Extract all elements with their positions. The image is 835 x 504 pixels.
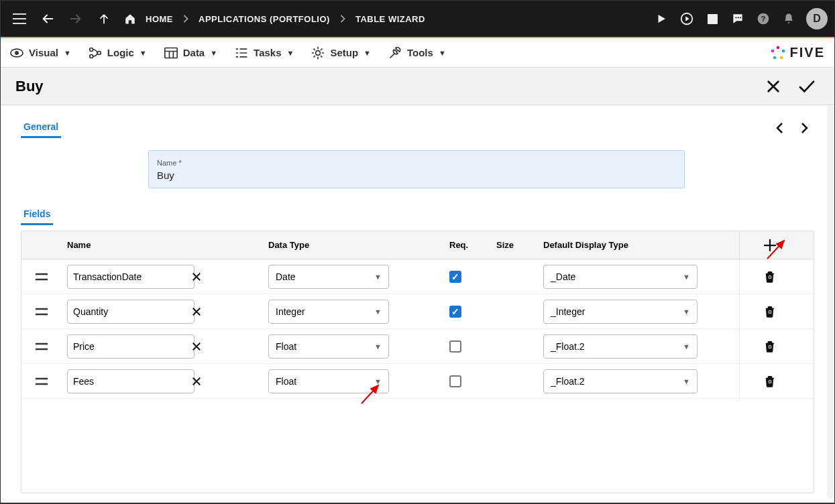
menu-tasks[interactable]: Tasks ▼ bbox=[235, 47, 294, 59]
add-row-button[interactable] bbox=[739, 231, 799, 259]
menu-label: Logic bbox=[107, 47, 134, 58]
drag-handle-icon[interactable] bbox=[21, 377, 62, 385]
required-checkbox[interactable] bbox=[449, 375, 461, 387]
clear-icon[interactable] bbox=[190, 377, 203, 386]
run-icon[interactable] bbox=[649, 7, 673, 31]
chat-icon[interactable] bbox=[726, 7, 750, 31]
display-type-select[interactable]: _Float.2 ▼ bbox=[543, 334, 698, 359]
svg-text:?: ? bbox=[761, 14, 765, 23]
breadcrumb-home[interactable]: HOME bbox=[140, 11, 178, 27]
delete-row-button[interactable] bbox=[745, 375, 794, 387]
chevron-right-icon bbox=[339, 15, 346, 23]
content: General Name * Buy Fields Name Data Type… bbox=[1, 105, 834, 503]
svg-rect-12 bbox=[165, 48, 177, 58]
grid-header: Name Data Type Req. Size Default Display… bbox=[21, 231, 814, 259]
svg-point-16 bbox=[779, 56, 782, 58]
caret-down-icon: ▼ bbox=[439, 49, 446, 57]
menu-setup[interactable]: Setup ▼ bbox=[311, 46, 371, 60]
drag-handle-icon[interactable] bbox=[21, 273, 62, 281]
titlebar: Buy bbox=[1, 68, 834, 105]
tab-general[interactable]: General bbox=[21, 117, 61, 138]
col-displaytype: Default Display Type bbox=[538, 240, 739, 250]
menu-visual[interactable]: Visual ▼ bbox=[10, 47, 71, 58]
field-name-input[interactable] bbox=[67, 300, 194, 324]
field-name-text[interactable] bbox=[73, 306, 190, 317]
display-type-select[interactable]: _Date ▼ bbox=[543, 265, 698, 289]
caret-down-icon: ▼ bbox=[64, 49, 71, 57]
tab-fields[interactable]: Fields bbox=[21, 204, 53, 225]
menu-data[interactable]: Data ▼ bbox=[164, 47, 217, 59]
required-checkbox[interactable] bbox=[449, 340, 461, 353]
clear-icon[interactable] bbox=[190, 342, 203, 351]
drag-handle-icon[interactable] bbox=[21, 308, 62, 316]
delete-row-button[interactable] bbox=[745, 271, 794, 283]
table-row: Float ▼ _Float.2 ▼ bbox=[21, 364, 814, 399]
delete-row-button[interactable] bbox=[745, 306, 794, 318]
nav-back-icon[interactable] bbox=[36, 7, 60, 31]
clear-icon[interactable] bbox=[190, 307, 203, 316]
field-name-text[interactable] bbox=[73, 271, 190, 282]
menu-label: Tasks bbox=[254, 47, 281, 58]
menu-label: Setup bbox=[330, 47, 358, 58]
menu-label: Data bbox=[183, 47, 205, 58]
topbar: HOME APPLICATIONS (PORTFOLIO) TABLE WIZA… bbox=[1, 1, 834, 37]
table-row: Integer ▼ _Integer ▼ bbox=[21, 294, 814, 329]
delete-row-button[interactable] bbox=[745, 340, 794, 353]
data-type-value: Float bbox=[276, 376, 296, 387]
field-name-text[interactable] bbox=[73, 376, 190, 387]
svg-point-13 bbox=[316, 50, 321, 55]
avatar[interactable]: D bbox=[806, 8, 828, 29]
table-icon bbox=[164, 47, 178, 59]
next-tab-button[interactable] bbox=[794, 118, 814, 138]
display-type-select[interactable]: _Float.2 ▼ bbox=[543, 369, 698, 393]
svg-point-4 bbox=[740, 17, 741, 18]
menu-logic[interactable]: Logic ▼ bbox=[89, 47, 147, 59]
field-name-input[interactable] bbox=[67, 334, 194, 359]
help-icon[interactable]: ? bbox=[751, 7, 775, 31]
svg-point-9 bbox=[89, 48, 93, 51]
data-type-value: Date bbox=[276, 271, 296, 282]
home-icon[interactable] bbox=[124, 7, 136, 31]
svg-point-10 bbox=[89, 54, 93, 58]
cancel-button[interactable] bbox=[761, 74, 786, 99]
field-name-input[interactable] bbox=[67, 265, 194, 289]
required-checkbox[interactable] bbox=[449, 271, 461, 283]
breadcrumb-applications[interactable]: APPLICATIONS (PORTFOLIO) bbox=[193, 11, 335, 27]
prev-tab-button[interactable] bbox=[770, 118, 790, 138]
display-type-value: _Date bbox=[551, 271, 575, 282]
brand-text: FIVE bbox=[790, 45, 825, 60]
vertical-scrollbar[interactable] bbox=[827, 105, 834, 499]
svg-point-14 bbox=[776, 46, 779, 48]
required-checkbox[interactable] bbox=[449, 306, 461, 318]
col-req: Req. bbox=[444, 240, 491, 250]
data-type-select[interactable]: Float ▼ bbox=[268, 369, 389, 393]
drag-handle-icon[interactable] bbox=[21, 342, 62, 351]
col-name: Name bbox=[62, 240, 263, 250]
svg-point-11 bbox=[97, 51, 101, 54]
deploy-icon[interactable] bbox=[675, 7, 699, 31]
table-row: Date ▼ _Date ▼ bbox=[21, 259, 814, 294]
fields-grid: Name Data Type Req. Size Default Display… bbox=[21, 231, 814, 493]
caret-down-icon: ▼ bbox=[374, 342, 382, 351]
save-button[interactable] bbox=[794, 74, 820, 99]
field-name-input[interactable] bbox=[67, 369, 194, 393]
bell-icon[interactable] bbox=[777, 7, 801, 31]
clear-icon[interactable] bbox=[190, 272, 203, 281]
nav-up-icon[interactable] bbox=[92, 7, 116, 31]
menu-tools[interactable]: Tools ▼ bbox=[388, 46, 446, 60]
stop-icon[interactable] bbox=[700, 7, 724, 31]
name-field[interactable]: Name * Buy bbox=[148, 150, 685, 188]
field-name-text[interactable] bbox=[73, 341, 190, 352]
display-type-select[interactable]: _Integer ▼ bbox=[543, 300, 698, 324]
data-type-select[interactable]: Float ▼ bbox=[268, 334, 389, 359]
caret-down-icon: ▼ bbox=[210, 49, 217, 57]
data-type-select[interactable]: Integer ▼ bbox=[268, 300, 389, 324]
brand-logo-icon bbox=[770, 45, 786, 61]
caret-down-icon: ▼ bbox=[374, 308, 382, 316]
hamburger-menu-icon[interactable] bbox=[7, 7, 32, 31]
svg-point-3 bbox=[738, 17, 739, 18]
data-type-select[interactable]: Date ▼ bbox=[268, 265, 389, 289]
svg-rect-1 bbox=[708, 14, 718, 24]
breadcrumb-table-wizard[interactable]: TABLE WIZARD bbox=[350, 11, 431, 27]
eye-icon bbox=[10, 48, 23, 58]
